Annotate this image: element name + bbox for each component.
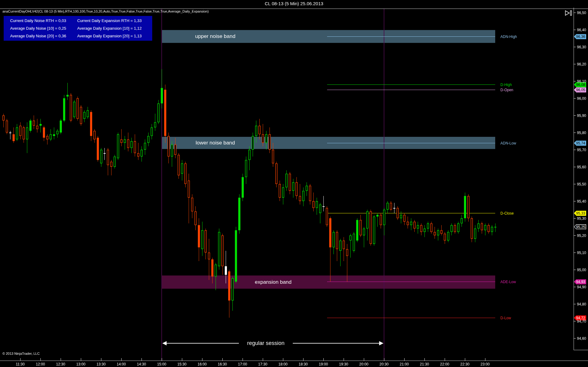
copyright-label: © 2013 NinjaTrader, LLC [2, 352, 40, 355]
line-label-ADN-Low: ADN-Low [500, 141, 516, 145]
price-tick-94,70: 94,70 [577, 319, 586, 324]
price-tick-95,20: 95,20 [577, 234, 586, 238]
time-label-16:30: 16:30 [218, 362, 227, 366]
info-noise-avg20: Average Daily Noise [20] = 0,36 [10, 34, 66, 38]
price-tick-96,10: 96,10 [577, 79, 586, 84]
price-tick-95,70: 95,70 [577, 148, 586, 152]
line-label-D-Open: D-Open [500, 88, 513, 92]
price-tag-ADN-Low: 95,74 [574, 140, 586, 146]
time-label-15:30: 15:30 [177, 362, 187, 366]
line-label-D-Low: D-Low [500, 316, 511, 320]
time-label-14:00: 14:00 [117, 362, 126, 366]
time-label-16:00: 16:00 [198, 362, 207, 366]
price-tick-96,00: 96,00 [577, 96, 586, 101]
price-tick-95,00: 95,00 [577, 268, 586, 272]
time-label-23:00: 23:00 [481, 362, 490, 366]
time-label-22:30: 22:30 [460, 362, 469, 366]
price-tick-95,30: 95,30 [577, 216, 586, 221]
regular-session-label: regular session [247, 340, 285, 346]
time-label-15:00: 15:00 [157, 362, 166, 366]
price-tick-94,60: 94,60 [577, 336, 586, 341]
price-tag-D-Open: 96,05 [574, 87, 586, 92]
time-label-19:00: 19:00 [319, 362, 328, 366]
indicator-parameter-label: anaCurrentDayOHLV42(CL 08-13 (5 Min),RTH… [2, 9, 209, 13]
time-label-22:00: 22:00 [440, 362, 449, 366]
info-noise-current: Current Daily Noise RTH = 0,03 [10, 18, 66, 23]
info-noise-avg10: Average Daily Noise [10] = 0,25 [10, 26, 66, 31]
price-tag-ADE-Low: 94,93 [574, 279, 586, 284]
price-tick-95,10: 95,10 [577, 251, 586, 255]
price-tag-current-value: 95,25 [575, 225, 586, 229]
price-tick-94,90: 94,90 [577, 285, 586, 289]
time-label-13:00: 13:00 [76, 362, 85, 366]
price-tick-96,30: 96,30 [577, 45, 586, 49]
price-tag-D-Close: 95,33 [574, 211, 586, 216]
price-tick-94,80: 94,80 [577, 302, 586, 306]
time-label-14:30: 14:30 [137, 362, 146, 366]
time-label-21:30: 21:30 [420, 362, 429, 366]
time-label-12:30: 12:30 [56, 362, 65, 366]
time-label-18:00: 18:00 [278, 362, 288, 366]
price-tick-95,90: 95,90 [577, 114, 586, 118]
price-tick-95,40: 95,40 [577, 199, 586, 204]
time-label-19:30: 19:30 [339, 362, 348, 366]
price-tick-95,60: 95,60 [577, 165, 586, 169]
info-expansion-current: Current Daily Expansion RTH = 1,33 [77, 18, 141, 23]
time-label-21:00: 21:00 [400, 362, 409, 366]
price-tag-ADN-High: 96,36 [574, 34, 586, 39]
chart-title: CL 08-13 (5 Min) 25.06.2013 [0, 1, 588, 6]
line-label-ADN-High: ADN-High [500, 35, 517, 39]
info-expansion-avg10: Average Daily Expansion [10] = 1,12 [77, 26, 141, 31]
price-tick-95,50: 95,50 [577, 182, 586, 186]
time-label-17:30: 17:30 [258, 362, 267, 366]
lower-noise-band-label: lower noise band [196, 140, 235, 146]
price-tick-95,80: 95,80 [577, 131, 586, 135]
time-label-18:30: 18:30 [299, 362, 308, 366]
price-tick-96,40: 96,40 [577, 28, 586, 32]
line-label-D-High: D-High [500, 83, 512, 87]
time-label-20:00: 20:00 [359, 362, 368, 366]
time-label-17:00: 17:00 [238, 362, 247, 366]
indicator-info-box: Current Daily Noise RTH = 0,03 Current D… [4, 16, 152, 41]
time-label-11:30: 11:30 [16, 362, 24, 366]
price-tag-current: 95,25 [574, 224, 586, 230]
price-tick-96,20: 96,20 [577, 62, 586, 66]
go-to-end-icon[interactable] [565, 10, 573, 16]
info-expansion-avg20: Average Daily Expansion [20] = 1,13 [77, 34, 141, 38]
upper-noise-band-label: upper noise band [195, 33, 235, 39]
time-label-20:30: 20:30 [379, 362, 389, 366]
chart-window: CL 08-13 (5 Min) 25.06.2013 anaCurrentDa… [0, 0, 588, 367]
time-label-13:30: 13:30 [96, 362, 106, 366]
expansion-band-label: expansion band [255, 279, 292, 285]
line-label-ADE-Low: ADE-Low [500, 280, 516, 284]
line-label-D-Close: D-Close [500, 211, 514, 215]
time-label-12:00: 12:00 [36, 362, 45, 366]
price-tick-96,50: 96,50 [577, 11, 586, 15]
candlestick-chart-canvas[interactable] [0, 0, 588, 367]
